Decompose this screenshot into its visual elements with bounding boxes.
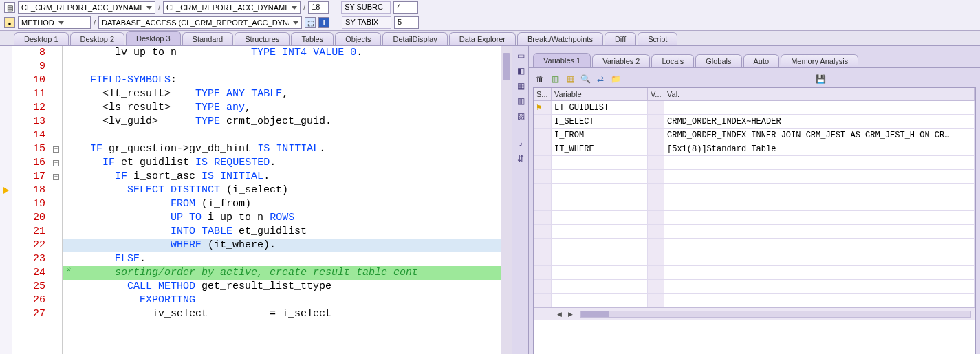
code-line[interactable]	[63, 129, 501, 142]
folder-icon[interactable]: 📁	[610, 74, 621, 85]
gutter-fold[interactable]: −−−	[50, 46, 63, 354]
code-line[interactable]: FROM (i_from)	[63, 197, 501, 211]
code-line[interactable]: <lt_result> TYPE ANY TABLE,	[63, 87, 501, 101]
tab-tables[interactable]: Tables	[291, 32, 334, 45]
variable-row-empty[interactable]	[534, 170, 975, 184]
fold-toggle-icon[interactable]: −	[53, 160, 59, 166]
tab-variables-1[interactable]: Variables 1	[533, 53, 591, 67]
tab-desktop-3[interactable]: Desktop 3	[126, 31, 181, 45]
col-value[interactable]: Val.	[664, 88, 975, 101]
code-line[interactable]: <lv_guid> TYPE crmt_object_guid.	[63, 115, 501, 129]
sheet-icon[interactable]: ▥	[549, 74, 560, 85]
binoculars-icon[interactable]: 🔍	[580, 74, 591, 85]
var-value[interactable]: [5x1(8)]Standard Table	[664, 142, 975, 156]
code-line[interactable]: IF et_guidlist IS REQUESTED.	[63, 156, 501, 170]
scroll-right-icon[interactable]: ▶	[565, 310, 575, 318]
tab-script[interactable]: Script	[638, 32, 677, 45]
variable-row-empty[interactable]	[534, 184, 975, 197]
variable-row-empty[interactable]	[534, 266, 975, 280]
tab-globals[interactable]: Globals	[695, 54, 741, 67]
program-field-1[interactable]: CL_CRM_REPORT_ACC_DYNAMIC====	[18, 1, 155, 14]
variable-row-empty[interactable]	[534, 156, 975, 170]
col-status[interactable]: S...	[534, 88, 552, 101]
variable-row[interactable]: IT_WHERE[5x1(8)]Standard Table	[534, 142, 975, 156]
code-line[interactable]: UP TO i_up_to_n ROWS	[63, 211, 501, 225]
layout-tool-icon[interactable]: ▭	[515, 50, 526, 61]
document-icon[interactable]: ▤	[4, 2, 15, 13]
tab-detaildisplay[interactable]: DetailDisplay	[382, 32, 447, 45]
sy-tabix-value[interactable]: 5	[394, 16, 419, 29]
variable-row-empty[interactable]	[534, 252, 975, 266]
code-line[interactable]: INTO TABLE et_guidlist	[63, 225, 501, 239]
var-name[interactable]: LT_GUIDLIST	[552, 101, 648, 115]
tab-desktop-2[interactable]: Desktop 2	[70, 32, 125, 45]
tab-break-watchpoints[interactable]: Break./Watchpoints	[517, 32, 603, 45]
variable-row-empty[interactable]	[534, 197, 975, 211]
var-name[interactable]: IT_WHERE	[552, 142, 648, 156]
tab-diff[interactable]: Diff	[605, 32, 636, 45]
fold-toggle-icon[interactable]: −	[53, 174, 59, 180]
tab-data-explorer[interactable]: Data Explorer	[449, 32, 516, 45]
var-value[interactable]: CRMD_ORDER_INDEX~HEADER	[664, 115, 975, 129]
var-name[interactable]: I_SELECT	[552, 115, 648, 129]
code-line[interactable]: SELECT DISTINCT (i_select)	[63, 184, 501, 197]
code-line[interactable]: IF i_sort_asc IS INITIAL.	[63, 170, 501, 184]
variable-row-empty[interactable]	[534, 239, 975, 252]
code-line[interactable]: lv_up_to_n TYPE INT4 VALUE 0.	[63, 46, 501, 60]
col-v[interactable]: V...	[648, 88, 664, 101]
marker-icon[interactable]: ⬥	[4, 17, 15, 28]
code-line[interactable]: * sorting/order by active, create result…	[63, 266, 501, 280]
var-value[interactable]: CRMD_ORDER_INDEX INNER JOIN CRM_JEST AS …	[664, 129, 975, 142]
info-icon[interactable]: i	[318, 17, 329, 28]
line-number-field[interactable]: 18	[308, 1, 329, 14]
hierarchy-icon[interactable]: ⇵	[515, 153, 526, 164]
variable-row[interactable]: ⚑LT_GUIDLIST	[534, 101, 975, 115]
variable-row-empty[interactable]	[534, 280, 975, 294]
var-name[interactable]: I_FROM	[552, 129, 648, 142]
col-variable[interactable]: Variable	[552, 88, 648, 101]
code-line[interactable]: WHERE (it_where).	[63, 239, 501, 252]
tab-desktop-1[interactable]: Desktop 1	[14, 32, 69, 45]
tab-objects[interactable]: Objects	[335, 32, 381, 45]
trash-icon[interactable]: 🗑	[534, 74, 545, 85]
variable-row[interactable]: I_SELECTCRMD_ORDER_INDEX~HEADER	[534, 115, 975, 129]
code-line[interactable]: IF gr_question->gv_db_hint IS INITIAL.	[63, 142, 501, 156]
layout-tool-icon[interactable]: ▨	[515, 111, 526, 122]
type-icon[interactable]: ⬚	[305, 17, 316, 28]
program-field-2[interactable]: CL_CRM_REPORT_ACC_DYNAMIC====	[163, 1, 301, 14]
tab-variables-2[interactable]: Variables 2	[592, 54, 650, 67]
code-line[interactable]: FIELD-SYMBOLS:	[63, 74, 501, 87]
code-line[interactable]: <ls_result> TYPE any,	[63, 101, 501, 115]
method-path-field[interactable]: DATABASE_ACCESS (CL_CRM_REPORT_ACC_DYNAM…	[98, 16, 302, 29]
code-lines[interactable]: lv_up_to_n TYPE INT4 VALUE 0. FIELD-SYMB…	[63, 46, 501, 354]
swap-icon[interactable]: ⇄	[595, 74, 606, 85]
sheet2-icon[interactable]: ▦	[565, 74, 576, 85]
layout-tool-icon[interactable]: ◧	[515, 65, 526, 76]
variable-row-empty[interactable]	[534, 211, 975, 225]
tab-auto[interactable]: Auto	[743, 54, 780, 67]
headset-icon[interactable]: ♪	[515, 138, 526, 149]
var-value[interactable]	[664, 101, 975, 115]
code-line[interactable]	[63, 60, 501, 74]
code-line[interactable]: CALL METHOD get_result_list_ttype	[63, 280, 501, 294]
tab-locals[interactable]: Locals	[651, 54, 694, 67]
code-line[interactable]: ELSE.	[63, 252, 501, 266]
tab-memory-analysis[interactable]: Memory Analysis	[781, 54, 858, 67]
code-line[interactable]: iv_select = i_select	[63, 307, 501, 321]
save-icon[interactable]: 💾	[815, 74, 826, 85]
sy-subrc-value[interactable]: 4	[393, 1, 418, 14]
tab-structures[interactable]: Structures	[235, 32, 290, 45]
variable-row-empty[interactable]	[534, 225, 975, 239]
code-line[interactable]: EXPORTING	[63, 294, 501, 307]
tab-standard[interactable]: Standard	[182, 32, 234, 45]
vertical-scrollbar[interactable]	[501, 46, 512, 354]
variable-row[interactable]: I_FROMCRMD_ORDER_INDEX INNER JOIN CRM_JE…	[534, 129, 975, 142]
variables-grid[interactable]: S... Variable V... Val. ⚑LT_GUIDLISTI_SE…	[533, 87, 976, 354]
fold-toggle-icon[interactable]: −	[53, 146, 59, 153]
layout-tool-icon[interactable]: ▦	[515, 80, 526, 91]
scroll-left-icon[interactable]: ◀	[554, 310, 564, 318]
method-dropdown[interactable]: METHOD	[18, 16, 91, 29]
variables-hscroll[interactable]: ◀ ▶	[534, 307, 975, 320]
variable-row-empty[interactable]	[534, 294, 975, 307]
layout-tool-icon[interactable]: ▥	[515, 96, 526, 107]
